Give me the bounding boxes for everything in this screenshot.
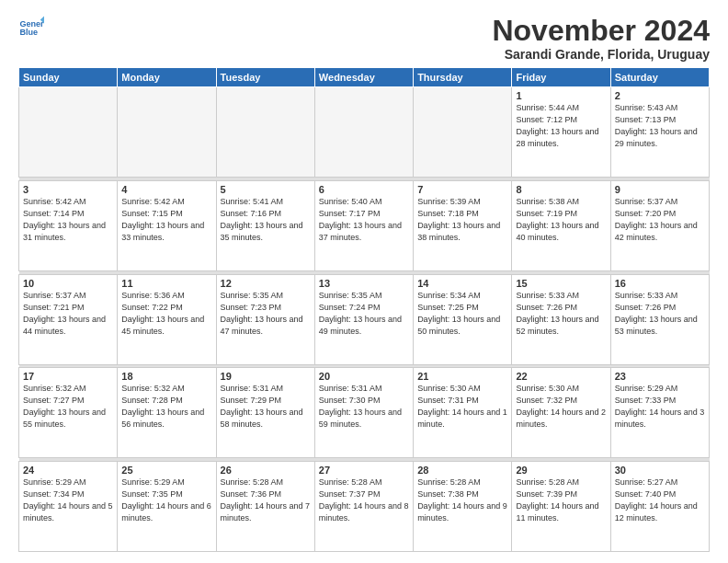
- day-number: 23: [615, 371, 705, 382]
- day-number: 29: [516, 465, 606, 476]
- day-cell-2-3: 5Sunrise: 5:41 AMSunset: 7:16 PMDaylight…: [216, 180, 314, 270]
- day-cell-4-3: 19Sunrise: 5:31 AMSunset: 7:29 PMDayligh…: [216, 368, 314, 458]
- day-cell-4-4: 20Sunrise: 5:31 AMSunset: 7:30 PMDayligh…: [314, 368, 413, 458]
- day-cell-1-4: [314, 87, 413, 178]
- day-number: 18: [121, 371, 211, 382]
- week-row-2: 3Sunrise: 5:42 AMSunset: 7:14 PMDaylight…: [19, 180, 710, 270]
- day-cell-3-3: 12Sunrise: 5:35 AMSunset: 7:23 PMDayligh…: [216, 274, 314, 364]
- day-number: 3: [23, 184, 113, 195]
- day-number: 30: [615, 465, 705, 476]
- day-cell-4-6: 22Sunrise: 5:30 AMSunset: 7:32 PMDayligh…: [512, 368, 610, 458]
- day-cell-5-4: 27Sunrise: 5:28 AMSunset: 7:37 PMDayligh…: [314, 461, 413, 551]
- logo-icon: General Blue: [18, 15, 44, 40]
- day-number: 25: [121, 465, 211, 476]
- day-info: Sunrise: 5:37 AMSunset: 7:21 PMDaylight:…: [23, 290, 113, 338]
- day-cell-2-1: 3Sunrise: 5:42 AMSunset: 7:14 PMDaylight…: [19, 180, 118, 270]
- day-number: 1: [516, 90, 606, 101]
- day-cell-1-2: [118, 87, 216, 178]
- day-cell-1-6: 1Sunrise: 5:44 AMSunset: 7:12 PMDaylight…: [512, 87, 610, 178]
- day-info: Sunrise: 5:37 AMSunset: 7:20 PMDaylight:…: [615, 196, 705, 244]
- day-info: Sunrise: 5:35 AMSunset: 7:23 PMDaylight:…: [221, 290, 311, 338]
- day-info: Sunrise: 5:29 AMSunset: 7:34 PMDaylight:…: [23, 477, 113, 524]
- day-number: 26: [221, 465, 311, 476]
- header-saturday: Saturday: [610, 68, 709, 87]
- subtitle: Sarandi Grande, Florida, Uruguay: [492, 47, 710, 62]
- day-info: Sunrise: 5:29 AMSunset: 7:35 PMDaylight:…: [121, 477, 211, 524]
- header-monday: Monday: [118, 68, 216, 87]
- header-friday: Friday: [512, 68, 610, 87]
- day-cell-3-7: 16Sunrise: 5:33 AMSunset: 7:26 PMDayligh…: [610, 274, 709, 364]
- day-number: 16: [615, 278, 705, 289]
- week-row-1: 1Sunrise: 5:44 AMSunset: 7:12 PMDaylight…: [19, 87, 710, 178]
- day-number: 24: [23, 465, 113, 476]
- day-number: 22: [516, 371, 606, 382]
- day-info: Sunrise: 5:44 AMSunset: 7:12 PMDaylight:…: [516, 102, 606, 150]
- header-tuesday: Tuesday: [216, 68, 314, 87]
- day-number: 11: [121, 278, 211, 289]
- day-cell-1-3: [216, 87, 314, 178]
- day-cell-5-3: 26Sunrise: 5:28 AMSunset: 7:36 PMDayligh…: [216, 461, 314, 551]
- day-info: Sunrise: 5:28 AMSunset: 7:36 PMDaylight:…: [221, 477, 311, 524]
- day-cell-2-2: 4Sunrise: 5:42 AMSunset: 7:15 PMDaylight…: [118, 180, 216, 270]
- day-cell-2-5: 7Sunrise: 5:39 AMSunset: 7:18 PMDaylight…: [414, 180, 512, 270]
- day-info: Sunrise: 5:40 AMSunset: 7:17 PMDaylight:…: [319, 196, 409, 244]
- day-cell-4-1: 17Sunrise: 5:32 AMSunset: 7:27 PMDayligh…: [19, 368, 118, 458]
- day-cell-1-5: [414, 87, 512, 178]
- day-number: 6: [319, 184, 409, 195]
- title-block: November 2024 Sarandi Grande, Florida, U…: [492, 15, 710, 62]
- day-number: 2: [615, 90, 705, 101]
- day-info: Sunrise: 5:27 AMSunset: 7:40 PMDaylight:…: [615, 477, 705, 524]
- day-cell-4-7: 23Sunrise: 5:29 AMSunset: 7:33 PMDayligh…: [610, 368, 709, 458]
- day-cell-5-5: 28Sunrise: 5:28 AMSunset: 7:38 PMDayligh…: [414, 461, 512, 551]
- day-number: 9: [615, 184, 705, 195]
- day-info: Sunrise: 5:36 AMSunset: 7:22 PMDaylight:…: [121, 290, 211, 338]
- day-info: Sunrise: 5:43 AMSunset: 7:13 PMDaylight:…: [615, 102, 705, 150]
- day-info: Sunrise: 5:28 AMSunset: 7:38 PMDaylight:…: [417, 477, 507, 524]
- header-sunday: Sunday: [19, 68, 118, 87]
- week-row-3: 10Sunrise: 5:37 AMSunset: 7:21 PMDayligh…: [19, 274, 710, 364]
- day-cell-3-2: 11Sunrise: 5:36 AMSunset: 7:22 PMDayligh…: [118, 274, 216, 364]
- day-cell-3-1: 10Sunrise: 5:37 AMSunset: 7:21 PMDayligh…: [19, 274, 118, 364]
- header: General Blue November 2024 Sarandi Grand…: [18, 15, 710, 62]
- day-number: 17: [23, 371, 113, 382]
- calendar-table: Sunday Monday Tuesday Wednesday Thursday…: [18, 67, 710, 552]
- day-number: 21: [417, 371, 507, 382]
- day-cell-5-1: 24Sunrise: 5:29 AMSunset: 7:34 PMDayligh…: [19, 461, 118, 551]
- day-number: 10: [23, 278, 113, 289]
- day-number: 14: [417, 278, 507, 289]
- day-info: Sunrise: 5:33 AMSunset: 7:26 PMDaylight:…: [516, 290, 606, 338]
- day-number: 13: [319, 278, 409, 289]
- week-row-5: 24Sunrise: 5:29 AMSunset: 7:34 PMDayligh…: [19, 461, 710, 551]
- day-info: Sunrise: 5:41 AMSunset: 7:16 PMDaylight:…: [221, 196, 311, 244]
- day-info: Sunrise: 5:28 AMSunset: 7:37 PMDaylight:…: [319, 477, 409, 524]
- day-number: 8: [516, 184, 606, 195]
- day-info: Sunrise: 5:39 AMSunset: 7:18 PMDaylight:…: [417, 196, 507, 244]
- day-cell-2-6: 8Sunrise: 5:38 AMSunset: 7:19 PMDaylight…: [512, 180, 610, 270]
- day-cell-5-6: 29Sunrise: 5:28 AMSunset: 7:39 PMDayligh…: [512, 461, 610, 551]
- day-info: Sunrise: 5:31 AMSunset: 7:30 PMDaylight:…: [319, 383, 409, 431]
- day-info: Sunrise: 5:29 AMSunset: 7:33 PMDaylight:…: [615, 383, 705, 431]
- day-number: 27: [319, 465, 409, 476]
- day-number: 5: [221, 184, 311, 195]
- day-number: 20: [319, 371, 409, 382]
- day-info: Sunrise: 5:42 AMSunset: 7:14 PMDaylight:…: [23, 196, 113, 244]
- day-info: Sunrise: 5:31 AMSunset: 7:29 PMDaylight:…: [221, 383, 311, 431]
- logo: General Blue: [18, 15, 44, 40]
- day-info: Sunrise: 5:32 AMSunset: 7:28 PMDaylight:…: [121, 383, 211, 431]
- month-title: November 2024: [492, 15, 710, 47]
- day-info: Sunrise: 5:32 AMSunset: 7:27 PMDaylight:…: [23, 383, 113, 431]
- day-info: Sunrise: 5:30 AMSunset: 7:32 PMDaylight:…: [516, 383, 606, 431]
- day-number: 7: [417, 184, 507, 195]
- day-number: 28: [417, 465, 507, 476]
- day-cell-5-2: 25Sunrise: 5:29 AMSunset: 7:35 PMDayligh…: [118, 461, 216, 551]
- day-number: 15: [516, 278, 606, 289]
- day-number: 4: [121, 184, 211, 195]
- day-info: Sunrise: 5:38 AMSunset: 7:19 PMDaylight:…: [516, 196, 606, 244]
- weekday-header-row: Sunday Monday Tuesday Wednesday Thursday…: [19, 68, 710, 87]
- day-cell-5-7: 30Sunrise: 5:27 AMSunset: 7:40 PMDayligh…: [610, 461, 709, 551]
- day-info: Sunrise: 5:28 AMSunset: 7:39 PMDaylight:…: [516, 477, 606, 524]
- header-thursday: Thursday: [414, 68, 512, 87]
- page: General Blue November 2024 Sarandi Grand…: [0, 0, 728, 563]
- day-cell-3-4: 13Sunrise: 5:35 AMSunset: 7:24 PMDayligh…: [314, 274, 413, 364]
- day-info: Sunrise: 5:35 AMSunset: 7:24 PMDaylight:…: [319, 290, 409, 338]
